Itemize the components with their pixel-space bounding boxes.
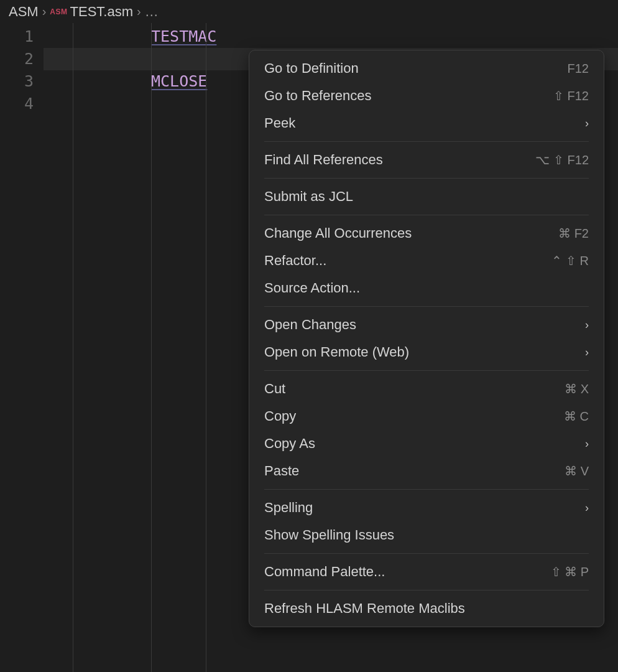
menu-item-change-all-occurrences[interactable]: Change All Occurrences⌘ F2 [249,220,604,247]
breadcrumb-filename[interactable]: TEST.asm [70,4,133,20]
context-menu[interactable]: Go to DefinitionF12Go to References⇧ F12… [249,50,604,627]
breadcrumb: ASM › ASM TEST.asm › … [0,0,618,23]
line-number: 4 [0,93,44,115]
menu-item-refresh-hlasm-remote-maclibs[interactable]: Refresh HLASM Remote Maclibs [249,595,604,622]
chevron-right-icon: › [585,117,589,130]
menu-item-find-all-references[interactable]: Find All References⌥ ⇧ F12 [249,146,604,174]
chevron-right-icon: › [585,346,589,359]
macro-token[interactable]: MCLOSE [151,72,207,90]
menu-item-source-action[interactable]: Source Action... [249,274,604,302]
menu-separator [264,590,589,590]
line-number-gutter: 1 2 3 4 [0,23,44,672]
menu-item-shortcut: ⌘ F2 [558,226,589,241]
menu-item-go-to-references[interactable]: Go to References⇧ F12 [249,82,604,110]
menu-item-open-on-remote-web[interactable]: Open on Remote (Web)› [249,338,604,366]
menu-item-command-palette[interactable]: Command Palette...⇧ ⌘ P [249,558,604,586]
menu-item-shortcut: F12 [568,62,589,76]
menu-separator [264,215,589,215]
chevron-right-icon: › [585,437,589,450]
menu-item-peek[interactable]: Peek› [249,110,604,137]
indent-guide [73,23,73,672]
menu-separator [264,306,589,307]
chevron-right-icon: › [585,319,589,332]
menu-separator [264,489,589,490]
language-badge: ASM [50,7,67,16]
menu-item-label: Paste [264,463,299,479]
menu-item-label: Peek [264,115,295,131]
menu-item-submit-as-jcl[interactable]: Submit as JCL [249,183,604,210]
menu-item-shortcut: ⇧ ⌘ P [551,564,589,579]
menu-item-shortcut: ⌘ V [565,464,589,478]
menu-item-label: Source Action... [264,280,360,296]
chevron-right-icon: › [585,502,589,515]
line-number: 1 [0,26,44,48]
menu-item-shortcut: ⌥ ⇧ F12 [535,152,589,167]
chevron-right-icon: › [42,4,47,19]
menu-item-label: Spelling [264,500,313,516]
menu-item-label: Refactor... [264,253,326,269]
menu-separator [264,370,589,371]
menu-item-label: Command Palette... [264,564,385,580]
breadcrumb-more[interactable]: … [145,4,160,20]
line-number: 3 [0,70,44,93]
menu-item-show-spelling-issues[interactable]: Show Spelling Issues [249,521,604,549]
menu-item-cut[interactable]: Cut⌘ X [249,375,604,403]
menu-item-open-changes[interactable]: Open Changes› [249,311,604,338]
menu-item-label: Copy [264,408,296,424]
menu-separator [264,553,589,554]
menu-item-label: Open Changes [264,317,356,333]
menu-item-label: Show Spelling Issues [264,527,394,543]
menu-item-refactor[interactable]: Refactor...⌃ ⇧ R [249,247,604,274]
code-line[interactable]: TESTMAC [44,26,618,48]
menu-item-label: Submit as JCL [264,189,353,205]
menu-item-copy[interactable]: Copy⌘ C [249,403,604,430]
menu-item-shortcut: ⌘ X [565,381,589,396]
menu-item-label: Cut [264,381,285,397]
indent-guide [206,23,206,672]
menu-item-label: Open on Remote (Web) [264,344,409,360]
menu-item-label: Refresh HLASM Remote Maclibs [264,600,465,617]
menu-item-label: Go to References [264,88,371,104]
breadcrumb-root[interactable]: ASM [9,4,39,20]
menu-separator [264,178,589,179]
menu-item-shortcut: ⌘ C [564,409,589,424]
menu-item-label: Copy As [264,436,315,452]
menu-item-go-to-definition[interactable]: Go to DefinitionF12 [249,55,604,82]
menu-item-shortcut: ⌃ ⇧ R [551,253,589,268]
indent-guide [151,23,152,672]
menu-separator [264,141,589,142]
menu-item-label: Go to Definition [264,60,359,77]
menu-item-shortcut: ⇧ F12 [553,88,589,103]
chevron-right-icon: › [137,4,141,19]
line-number: 2 [0,48,44,70]
menu-item-paste[interactable]: Paste⌘ V [249,457,604,485]
menu-item-copy-as[interactable]: Copy As› [249,430,604,457]
macro-token[interactable]: TESTMAC [151,27,216,45]
menu-item-spelling[interactable]: Spelling› [249,494,604,521]
menu-item-label: Find All References [264,152,383,168]
menu-item-label: Change All Occurrences [264,225,412,241]
